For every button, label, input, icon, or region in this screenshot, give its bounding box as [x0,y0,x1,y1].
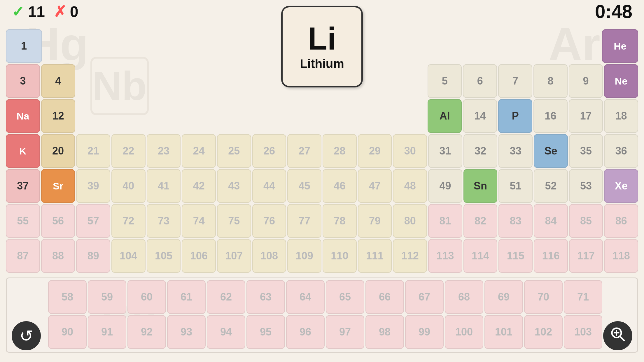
element-cell[interactable]: 25 [217,134,251,168]
element-cell[interactable]: 70 [524,280,563,314]
element-cell[interactable]: 16 [533,99,568,133]
element-cell[interactable]: 39 [76,169,110,203]
element-cell[interactable]: 33 [498,134,533,168]
element-cell[interactable]: 60 [127,280,166,314]
element-cell[interactable]: 95 [246,315,285,349]
element-cell[interactable]: 77 [287,204,321,238]
element-cell[interactable]: 49 [428,169,462,203]
element-cell[interactable]: 99 [405,315,444,349]
element-cell[interactable]: 20 [41,134,75,168]
element-cell[interactable]: 76 [252,204,286,238]
element-cell[interactable]: 66 [365,280,404,314]
restart-button[interactable]: ↺ [12,321,41,350]
element-cell[interactable]: 106 [182,239,216,273]
element-cell[interactable]: 51 [498,169,533,203]
element-cell[interactable]: 75 [217,204,251,238]
element-cell[interactable]: He [602,29,638,63]
element-cell[interactable]: 96 [286,315,325,349]
element-cell[interactable]: Sr [41,169,75,203]
element-cell[interactable]: Sn [463,169,498,203]
element-cell[interactable]: 3 [6,64,40,98]
element-cell[interactable]: 88 [41,239,75,273]
element-cell[interactable]: 45 [287,169,321,203]
element-cell[interactable]: 4 [41,64,75,98]
element-cell[interactable]: 32 [463,134,498,168]
element-cell[interactable]: 27 [287,134,321,168]
element-cell[interactable]: 29 [358,134,392,168]
element-cell[interactable]: 35 [569,134,603,168]
element-cell[interactable]: 80 [393,204,427,238]
element-cell[interactable]: Se [534,134,568,168]
element-cell[interactable]: 79 [358,204,392,238]
element-cell[interactable]: 21 [76,134,110,168]
element-cell[interactable]: 111 [358,239,392,273]
element-cell[interactable]: 23 [147,134,181,168]
element-cell[interactable]: 97 [326,315,364,349]
element-cell[interactable]: 91 [88,315,126,349]
element-cell[interactable]: 82 [463,204,498,238]
element-cell[interactable]: 14 [463,99,497,133]
element-cell[interactable]: 68 [445,280,483,314]
element-cell[interactable]: 109 [287,239,321,273]
element-cell[interactable]: 26 [252,134,286,168]
element-cell[interactable]: Xe [604,169,638,203]
element-cell[interactable]: 59 [88,280,126,314]
element-cell[interactable]: 105 [147,239,181,273]
element-cell[interactable]: 42 [182,169,216,203]
element-cell[interactable]: 94 [207,315,245,349]
element-cell[interactable]: 57 [76,204,110,238]
element-cell[interactable]: 107 [217,239,251,273]
element-cell[interactable]: Ne [604,64,638,98]
element-cell[interactable]: 69 [484,280,523,314]
element-cell[interactable]: 43 [217,169,251,203]
element-cell[interactable]: 81 [428,204,462,238]
element-cell[interactable]: P [498,99,532,133]
element-cell[interactable]: 115 [498,239,533,273]
element-cell[interactable]: 56 [41,204,75,238]
element-cell[interactable]: 112 [393,239,427,273]
element-cell[interactable]: 72 [111,204,146,238]
element-cell[interactable]: 31 [428,134,462,168]
element-cell[interactable]: 86 [604,204,638,238]
element-cell[interactable]: 87 [6,239,40,273]
element-cell[interactable]: 17 [569,99,603,133]
element-cell[interactable]: 113 [428,239,462,273]
element-cell[interactable]: 8 [533,64,568,98]
element-cell[interactable]: 7 [498,64,532,98]
element-cell[interactable]: 44 [252,169,286,203]
element-cell[interactable]: K [6,134,40,168]
element-cell[interactable]: 41 [147,169,181,203]
element-cell[interactable]: 28 [323,134,357,168]
element-cell[interactable]: 53 [569,169,603,203]
element-cell[interactable]: 93 [167,315,206,349]
element-cell[interactable]: 101 [484,315,523,349]
element-cell[interactable]: 9 [569,64,603,98]
element-cell[interactable]: 98 [365,315,404,349]
element-cell[interactable]: 65 [326,280,364,314]
element-cell[interactable]: 61 [167,280,206,314]
element-cell[interactable]: 67 [405,280,444,314]
element-cell[interactable]: 100 [445,315,483,349]
element-cell[interactable]: Al [428,99,462,133]
element-cell[interactable]: 71 [564,280,602,314]
element-cell[interactable]: 52 [534,169,568,203]
element-cell[interactable]: 104 [111,239,146,273]
element-cell[interactable]: 117 [569,239,603,273]
element-cell[interactable]: 116 [534,239,568,273]
element-cell[interactable]: 63 [246,280,285,314]
element-cell[interactable]: 48 [393,169,427,203]
element-cell[interactable]: 12 [41,99,75,133]
element-cell[interactable]: 47 [358,169,392,203]
element-cell[interactable]: 78 [323,204,357,238]
element-cell[interactable]: 40 [111,169,146,203]
element-cell[interactable]: 108 [252,239,286,273]
element-cell[interactable]: 90 [48,315,87,349]
element-cell[interactable]: 89 [76,239,110,273]
element-cell[interactable]: 22 [111,134,146,168]
element-cell[interactable]: 6 [463,64,497,98]
element-cell[interactable]: 114 [463,239,498,273]
element-cell[interactable]: 102 [524,315,563,349]
element-cell[interactable]: 62 [207,280,245,314]
element-cell[interactable]: 58 [48,280,87,314]
element-cell[interactable]: 85 [569,204,603,238]
